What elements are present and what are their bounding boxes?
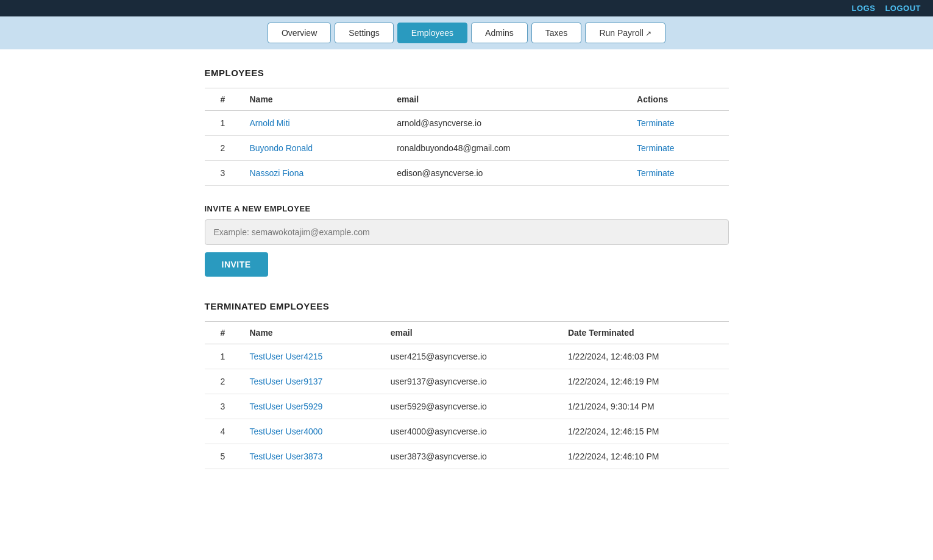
terminated-name-2[interactable]: TestUser User5929 [241,394,382,419]
terminated-date-2: 1/21/2024, 9:30:14 PM [559,394,729,419]
terminated-date-1: 1/22/2024, 12:46:19 PM [559,369,729,394]
invite-button[interactable]: INVITE [205,252,268,277]
terminated-email-2: user5929@asyncverse.io [382,394,559,419]
terminated-num-1: 2 [205,369,241,394]
table-row: 2 TestUser User9137 user9137@asyncverse.… [205,369,729,394]
table-row: 2 Buyondo Ronald ronaldbuyondo48@gmail.c… [205,136,729,161]
terminate-button-0[interactable]: Terminate [628,111,728,136]
employee-num-0: 1 [205,111,241,136]
employee-name-0[interactable]: Arnold Miti [241,111,389,136]
terminate-button-1[interactable]: Terminate [628,136,728,161]
tab-run-payroll[interactable]: Run Payroll [585,23,665,43]
employee-name-2[interactable]: Nassozi Fiona [241,161,389,186]
terminated-date-4: 1/22/2024, 12:46:10 PM [559,444,729,469]
terminated-col-date-header: Date Terminated [559,322,729,344]
table-row: 1 Arnold Miti arnold@asyncverse.io Termi… [205,111,729,136]
tab-admins[interactable]: Admins [471,23,528,43]
tab-overview[interactable]: Overview [268,23,331,43]
employee-email-0: arnold@asyncverse.io [388,111,628,136]
employees-section-title: EMPLOYEES [205,68,729,78]
terminated-email-4: user3873@asyncverse.io [382,444,559,469]
col-name-header: Name [241,88,389,111]
invite-email-input[interactable] [205,219,729,245]
table-row: 4 TestUser User4000 user4000@asyncverse.… [205,419,729,444]
terminated-name-3[interactable]: TestUser User4000 [241,419,382,444]
terminated-num-0: 1 [205,344,241,369]
terminated-date-3: 1/22/2024, 12:46:15 PM [559,419,729,444]
employee-email-1: ronaldbuyondo48@gmail.com [388,136,628,161]
employee-email-2: edison@asyncverse.io [388,161,628,186]
logs-link[interactable]: LOGS [852,4,876,13]
terminated-section-title: TERMINATED EMPLOYEES [205,301,729,311]
terminated-num-2: 3 [205,394,241,419]
terminated-email-3: user4000@asyncverse.io [382,419,559,444]
employee-num-2: 3 [205,161,241,186]
terminate-button-2[interactable]: Terminate [628,161,728,186]
employees-table: # Name email Actions 1 Arnold Miti arnol… [205,88,729,186]
col-actions-header: Actions [628,88,728,111]
tab-settings[interactable]: Settings [335,23,394,43]
terminated-table: # Name email Date Terminated 1 TestUser … [205,321,729,469]
tab-taxes[interactable]: Taxes [531,23,582,43]
terminated-col-email-header: email [382,322,559,344]
terminated-num-4: 5 [205,444,241,469]
terminated-name-1[interactable]: TestUser User9137 [241,369,382,394]
terminated-col-num-header: # [205,322,241,344]
terminated-email-1: user9137@asyncverse.io [382,369,559,394]
terminated-name-4[interactable]: TestUser User3873 [241,444,382,469]
table-row: 5 TestUser User3873 user3873@asyncverse.… [205,444,729,469]
top-bar: LOGS LOGOUT [0,0,933,16]
invite-label: INVITE A NEW EMPLOYEE [205,204,729,213]
tab-navigation: Overview Settings Employees Admins Taxes… [0,16,933,49]
terminated-email-0: user4215@asyncverse.io [382,344,559,369]
main-content: EMPLOYEES # Name email Actions 1 Arnold … [193,49,741,506]
table-row: 1 TestUser User4215 user4215@asyncverse.… [205,344,729,369]
employee-num-1: 2 [205,136,241,161]
terminated-num-3: 4 [205,419,241,444]
invite-section: INVITE A NEW EMPLOYEE INVITE [205,204,729,277]
logout-link[interactable]: LOGOUT [885,4,921,13]
terminated-col-name-header: Name [241,322,382,344]
tab-employees[interactable]: Employees [397,23,467,43]
col-email-header: email [388,88,628,111]
terminated-name-0[interactable]: TestUser User4215 [241,344,382,369]
col-num-header: # [205,88,241,111]
terminated-date-0: 1/22/2024, 12:46:03 PM [559,344,729,369]
table-row: 3 TestUser User5929 user5929@asyncverse.… [205,394,729,419]
table-row: 3 Nassozi Fiona edison@asyncverse.io Ter… [205,161,729,186]
employee-name-1[interactable]: Buyondo Ronald [241,136,389,161]
